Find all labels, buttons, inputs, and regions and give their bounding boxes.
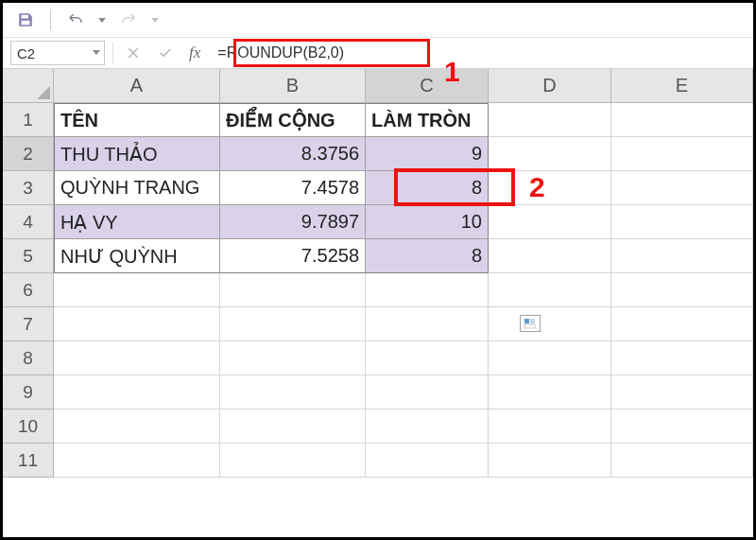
cell-C4[interactable]: 10 xyxy=(366,205,489,239)
row-header-7[interactable]: 7 xyxy=(3,307,54,341)
svg-rect-2 xyxy=(524,324,535,328)
quick-access-toolbar xyxy=(3,3,753,37)
row-header-2[interactable]: 2 xyxy=(3,137,54,171)
cell-D8[interactable] xyxy=(489,341,611,375)
cell-C9[interactable] xyxy=(366,375,489,409)
cell-D1[interactable] xyxy=(489,103,611,137)
cell-D9[interactable] xyxy=(489,375,611,409)
cell-D3[interactable] xyxy=(489,171,611,205)
cell-C1[interactable]: LÀM TRÒN xyxy=(366,103,489,137)
row-header-6[interactable]: 6 xyxy=(3,273,54,307)
cell-E1[interactable] xyxy=(611,103,753,137)
x-icon xyxy=(126,45,141,61)
cell-A10[interactable] xyxy=(54,409,220,444)
cell-E9[interactable] xyxy=(611,375,753,409)
cell-C7[interactable] xyxy=(366,307,489,341)
cell-E5[interactable] xyxy=(611,239,753,273)
cell-C6[interactable] xyxy=(366,273,489,307)
chevron-down-icon[interactable] xyxy=(93,50,100,55)
cell-C8[interactable] xyxy=(366,341,489,375)
enter-button[interactable] xyxy=(153,41,178,65)
formula-bar: C2 fx xyxy=(3,37,753,69)
check-icon xyxy=(158,45,173,61)
cell-A2[interactable]: THU THẢO xyxy=(54,137,220,171)
cell-A6[interactable] xyxy=(54,273,220,307)
cell-C5[interactable]: 8 xyxy=(366,239,489,273)
cell-D7[interactable] xyxy=(489,307,611,341)
cell-E6[interactable] xyxy=(611,273,753,307)
separator xyxy=(50,9,51,30)
row-header-8[interactable]: 8 xyxy=(3,341,54,375)
cell-C3[interactable]: 8 xyxy=(366,171,489,205)
cell-B1[interactable]: ĐIỂM CỘNG xyxy=(220,103,366,137)
cell-A4[interactable]: HẠ VY xyxy=(54,205,220,239)
cell-A9[interactable] xyxy=(54,375,220,409)
cell-D11[interactable] xyxy=(489,444,611,478)
cell-B10[interactable] xyxy=(220,409,366,444)
cell-D6[interactable] xyxy=(489,273,611,307)
cell-C2[interactable]: 9 xyxy=(366,137,489,171)
row-header-5[interactable]: 5 xyxy=(3,239,54,273)
cell-B11[interactable] xyxy=(220,444,366,478)
cell-A8[interactable] xyxy=(54,341,220,375)
fx-button[interactable]: fx xyxy=(185,44,204,62)
redo-icon xyxy=(120,11,137,28)
autofill-icon xyxy=(524,318,537,329)
row-header-4[interactable]: 4 xyxy=(3,205,54,239)
cell-B9[interactable] xyxy=(220,375,366,409)
row-header-9[interactable]: 9 xyxy=(3,375,54,409)
redo-button[interactable] xyxy=(115,7,142,33)
cell-D4[interactable] xyxy=(489,205,611,239)
cell-D2[interactable] xyxy=(489,137,611,171)
cell-D5[interactable] xyxy=(489,239,611,273)
cell-E4[interactable] xyxy=(611,205,753,239)
cell-C11[interactable] xyxy=(366,444,489,478)
undo-icon xyxy=(67,11,84,28)
cell-A1[interactable]: TÊN xyxy=(54,103,220,137)
chevron-down-icon[interactable] xyxy=(151,18,159,23)
cell-E11[interactable] xyxy=(611,444,753,478)
spreadsheet-grid[interactable]: A B C D E 1 TÊN ĐIỂM CỘNG LÀM TRÒN 2 THU… xyxy=(3,69,753,478)
autofill-options-button[interactable] xyxy=(520,315,541,332)
cell-E7[interactable] xyxy=(611,307,753,341)
cell-A3[interactable]: QUỲNH TRANG xyxy=(54,171,220,205)
name-box[interactable]: C2 xyxy=(10,41,105,65)
cell-B5[interactable]: 7.5258 xyxy=(220,239,366,273)
column-header-C[interactable]: C xyxy=(366,69,489,103)
column-header-B[interactable]: B xyxy=(220,69,366,103)
separator xyxy=(112,43,113,63)
name-box-value: C2 xyxy=(17,45,35,61)
cell-A7[interactable] xyxy=(54,307,220,341)
undo-button[interactable] xyxy=(62,7,89,33)
cell-B7[interactable] xyxy=(220,307,366,341)
cell-B2[interactable]: 8.3756 xyxy=(220,137,366,171)
cell-C10[interactable] xyxy=(366,409,489,444)
formula-input[interactable] xyxy=(212,41,747,65)
cell-A5[interactable]: NHƯ QUỲNH xyxy=(54,239,220,273)
save-icon xyxy=(17,11,34,28)
chevron-down-icon[interactable] xyxy=(98,18,106,23)
cell-B3[interactable]: 7.4578 xyxy=(220,171,366,205)
save-button[interactable] xyxy=(12,7,39,33)
select-all-corner[interactable] xyxy=(3,69,54,103)
row-header-10[interactable]: 10 xyxy=(3,409,54,444)
cell-E8[interactable] xyxy=(611,341,753,375)
cell-E3[interactable] xyxy=(611,171,753,205)
svg-rect-1 xyxy=(530,319,535,323)
row-header-3[interactable]: 3 xyxy=(3,171,54,205)
column-header-A[interactable]: A xyxy=(54,69,220,103)
cell-A11[interactable] xyxy=(54,444,220,478)
column-header-E[interactable]: E xyxy=(611,69,753,103)
cell-B4[interactable]: 9.7897 xyxy=(220,205,366,239)
cell-E10[interactable] xyxy=(611,409,753,444)
row-header-1[interactable]: 1 xyxy=(3,103,54,137)
column-header-D[interactable]: D xyxy=(489,69,611,103)
svg-rect-0 xyxy=(524,319,529,323)
cancel-button[interactable] xyxy=(121,41,146,65)
cell-E2[interactable] xyxy=(611,137,753,171)
row-header-11[interactable]: 11 xyxy=(3,444,54,478)
cell-D10[interactable] xyxy=(489,409,611,444)
cell-B8[interactable] xyxy=(220,341,366,375)
cell-B6[interactable] xyxy=(220,273,366,307)
